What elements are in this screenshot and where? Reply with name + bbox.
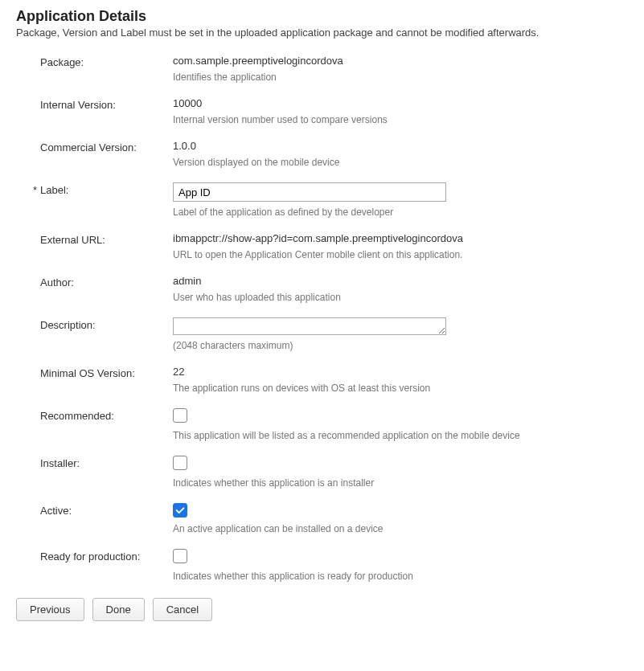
- field-installer: Installer: Indicates whether this applic…: [40, 456, 628, 489]
- installer-checkbox[interactable]: [173, 456, 187, 470]
- field-label: Author:: [40, 276, 74, 288]
- external-url-value: ibmappctr://show-app?id=com.sample.preem…: [173, 232, 628, 244]
- field-label: Installer:: [40, 457, 80, 469]
- cancel-button[interactable]: Cancel: [153, 598, 212, 621]
- page-title: Application Details: [16, 8, 628, 25]
- minimal-os-value: 22: [173, 366, 628, 378]
- field-commercial-version: Commercial Version: 1.0.0 Version displa…: [40, 140, 628, 168]
- field-active: Active: An active application can be ins…: [40, 503, 628, 534]
- package-value: com.sample.preemptivelogincordova: [173, 55, 628, 67]
- fields-container: Package: com.sample.preemptivelogincordo…: [40, 55, 628, 582]
- field-label: Recommended:: [40, 410, 114, 422]
- field-help: Internal version number used to compare …: [173, 114, 628, 125]
- field-minimal-os: Minimal OS Version: 22 The application r…: [40, 366, 628, 394]
- field-label: Ready for production:: [40, 550, 140, 563]
- field-label: Active:: [40, 505, 72, 517]
- field-label: Package:: [40, 56, 84, 68]
- field-label: External URL:: [40, 234, 105, 246]
- field-help: This application will be listed as a rec…: [173, 430, 628, 441]
- field-help: Indicates whether this application is re…: [173, 571, 628, 582]
- field-help: Identifies the application: [173, 72, 628, 83]
- field-help: An active application can be installed o…: [173, 523, 628, 534]
- checkmark-icon: [174, 505, 186, 516]
- field-package: Package: com.sample.preemptivelogincordo…: [40, 55, 628, 83]
- commercial-version-value: 1.0.0: [173, 140, 628, 152]
- field-label-row: *Label: Label of the application as defi…: [40, 182, 628, 218]
- field-help: Label of the application as defined by t…: [173, 207, 628, 218]
- field-help: Indicates whether this application is an…: [173, 477, 628, 489]
- description-textarea[interactable]: [173, 317, 446, 335]
- field-label: Minimal OS Version:: [40, 367, 135, 379]
- field-help: URL to open the Application Center mobil…: [173, 249, 628, 260]
- field-help: Version displayed on the mobile device: [173, 157, 628, 168]
- recommended-checkbox[interactable]: [173, 408, 187, 423]
- author-value: admin: [173, 275, 628, 287]
- active-checkbox[interactable]: [173, 503, 187, 518]
- field-external-url: External URL: ibmappctr://show-app?id=co…: [40, 232, 628, 260]
- field-label: Label:: [40, 184, 68, 196]
- previous-button[interactable]: Previous: [16, 598, 84, 621]
- field-help: The application runs on devices with OS …: [173, 383, 628, 394]
- field-author: Author: admin User who has uploaded this…: [40, 275, 628, 303]
- field-label: Description:: [40, 319, 96, 331]
- field-ready-production: Ready for production: Indicates whether …: [40, 549, 628, 582]
- field-description: Description: (2048 characters maximum): [40, 317, 628, 351]
- ready-production-checkbox[interactable]: [173, 549, 187, 563]
- field-label: Internal Version:: [40, 99, 116, 111]
- label-input[interactable]: [173, 182, 446, 202]
- field-label: Commercial Version:: [40, 141, 137, 153]
- page-subtitle: Package, Version and Label must be set i…: [16, 27, 628, 39]
- field-help: User who has uploaded this application: [173, 292, 628, 303]
- field-internal-version: Internal Version: 10000 Internal version…: [40, 97, 628, 125]
- done-button[interactable]: Done: [92, 598, 145, 621]
- field-help: (2048 characters maximum): [173, 340, 628, 351]
- field-recommended: Recommended: This application will be li…: [40, 408, 628, 441]
- required-mark: *: [31, 184, 37, 196]
- button-bar: Previous Done Cancel: [16, 598, 628, 621]
- internal-version-value: 10000: [173, 97, 628, 109]
